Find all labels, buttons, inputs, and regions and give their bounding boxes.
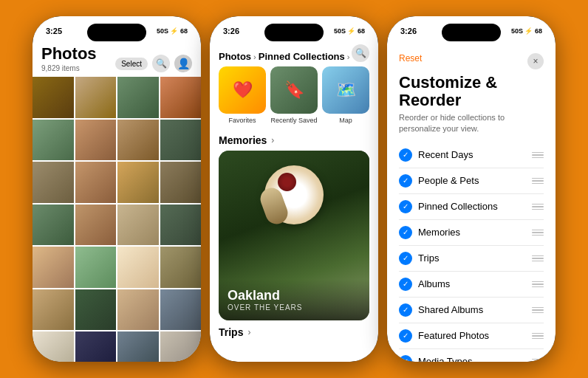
trips-section[interactable]: Trips › [210,320,378,338]
photos-title-block: Photos 9,829 items [41,44,97,72]
photo-cell[interactable] [75,77,117,118]
customize-item-memories[interactable]: ✓ Memories [399,220,544,246]
search-icon-2[interactable]: 🔍 [352,44,369,62]
customize-item-albums[interactable]: ✓ Albums [399,272,544,298]
photo-cell[interactable] [160,120,202,161]
check-icon-people-pets: ✓ [399,174,412,188]
phone2-screen: 3:26 50S ⚡ 68 Photos › Pinned Collection… [210,16,378,362]
photo-cell[interactable] [75,331,117,362]
photo-cell[interactable] [75,205,117,246]
photo-cell[interactable] [117,77,159,118]
pinned-thumb-favorites: ❤️ [219,66,266,114]
phone-2: 3:26 50S ⚡ 68 Photos › Pinned Collection… [210,16,378,362]
status-time-1: 3:25 [46,27,62,35]
drag-handle-memories[interactable] [532,230,544,236]
photo-grid-1 [33,77,201,362]
photo-cell[interactable] [117,331,159,362]
photo-cell[interactable] [33,162,74,203]
select-button[interactable]: Select [115,58,148,70]
photos-header-right: Select 🔍 👤 [115,55,192,72]
status-icons-1: 50S ⚡ 68 [157,27,188,35]
drag-handle-trips[interactable] [532,255,544,262]
photo-cell[interactable] [160,331,202,362]
photo-cell[interactable] [33,331,74,362]
photo-cell[interactable] [75,120,117,161]
photo-cell[interactable] [75,247,117,288]
pinned-item-favorites[interactable]: ❤️ Favorites [219,66,266,124]
photo-cell[interactable] [160,247,202,288]
item-label-media-types: Media Types [418,356,472,362]
customize-item-left: ✓ Pinned Collections [399,200,498,213]
customize-item-media-types[interactable]: ✓ Media Types [399,349,544,362]
customize-item-trips[interactable]: ✓ Trips [399,246,544,272]
avatar-icon-1[interactable]: 👤 [174,55,192,72]
memory-card[interactable]: Oakland OVER THE YEARS [219,151,369,320]
item-label-memories: Memories [418,227,460,238]
customize-title: Customize &Reorder [387,69,555,112]
drag-handle-media-types[interactable] [532,359,544,362]
memories-header[interactable]: Memories › [210,131,378,151]
pinned-item-label-recently-saved: Recently Saved [270,117,318,124]
drag-handle-pinned[interactable] [532,204,544,210]
trips-arrow: › [247,327,250,337]
photo-cell[interactable] [33,289,74,331]
photo-cell[interactable] [33,77,74,118]
pinned-item-recently-saved[interactable]: 🔖 Recently Saved [270,66,318,124]
memory-subtitle: OVER THE YEARS [228,303,360,312]
pinned-collections-row: ❤️ Favorites 🔖 Recently Saved 🗺️ Map [210,66,378,131]
close-button[interactable]: × [527,53,544,69]
check-icon-pinned: ✓ [399,200,412,213]
drag-handle-shared-albums[interactable] [532,307,544,314]
item-label-trips: Trips [418,252,439,264]
customize-item-left: ✓ People & Pets [399,174,479,188]
customize-item-featured[interactable]: ✓ Featured Photos [399,323,544,349]
drag-handle-albums[interactable] [532,281,544,288]
photo-cell[interactable] [117,120,159,161]
customize-item-left: ✓ Trips [399,252,439,265]
status-icons-3: 50S ⚡ 68 [511,27,542,35]
customize-subtitle: Reorder or hide collections to personali… [387,112,555,142]
drag-handle-featured[interactable] [532,333,544,340]
photo-cell[interactable] [117,205,159,246]
pinned-label: › [253,52,256,61]
photo-cell[interactable] [160,289,202,331]
photo-cell[interactable] [75,162,117,203]
reset-button[interactable]: Reset [399,53,422,63]
photo-cell[interactable] [33,120,74,161]
dynamic-island-1 [87,24,146,41]
pinned-title-row[interactable]: Photos › Pinned Collections › [219,51,349,62]
memories-title: Memories [219,134,267,146]
photo-cell[interactable] [117,247,159,288]
photo-cell[interactable] [117,162,159,203]
check-icon-shared-albums: ✓ [399,303,412,317]
customize-item-left: ✓ Albums [399,278,450,291]
customize-item-left: ✓ Featured Photos [399,329,489,343]
photos-header-2: Photos › Pinned Collections › 🔍 [210,44,378,66]
pinned-item-map[interactable]: 🗺️ Map [322,66,369,124]
photos-label-2: Photos [219,51,251,62]
memory-overlay: Oakland OVER THE YEARS [219,279,369,320]
photo-cell[interactable] [160,162,202,203]
check-icon-trips: ✓ [399,252,412,265]
photo-cell[interactable] [33,205,74,246]
search-icon-1[interactable]: 🔍 [152,55,170,72]
photo-cell[interactable] [160,205,202,246]
photo-cell[interactable] [33,247,74,288]
customize-item-shared-albums[interactable]: ✓ Shared Albums [399,298,544,323]
customize-item-recent-days[interactable]: ✓ Recent Days [399,142,544,168]
customize-item-left: ✓ Media Types [399,355,472,362]
item-label-people-pets: People & Pets [418,175,479,186]
check-icon-featured: ✓ [399,329,412,343]
pinned-collections-label: Pinned Collections [259,51,345,62]
phone1-screen: 3:25 50S ⚡ 68 Photos 9,829 items Select … [33,16,201,362]
photo-cell[interactable] [160,77,202,118]
customize-item-people-pets[interactable]: ✓ People & Pets [399,168,544,194]
photo-cell[interactable] [75,289,117,331]
trips-label: Trips [219,326,243,338]
drag-handle-people-pets[interactable] [532,178,544,185]
drag-handle-recent-days[interactable] [532,152,544,159]
status-time-2: 3:26 [223,27,239,35]
item-label-recent-days: Recent Days [418,149,473,160]
photo-cell[interactable] [117,289,159,331]
customize-item-pinned[interactable]: ✓ Pinned Collections [399,194,544,220]
